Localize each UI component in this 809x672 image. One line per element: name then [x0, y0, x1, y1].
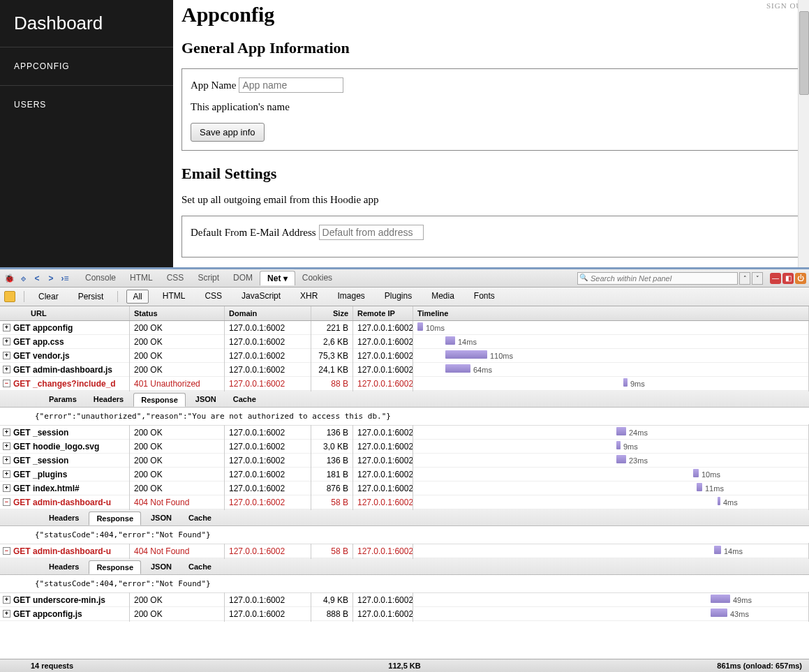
net-row[interactable]: +GET appconfig.js200 OK127.0.0.1:6002888…	[0, 607, 809, 621]
subtab-params[interactable]: Params	[42, 393, 84, 407]
filter-plugins[interactable]: Plugins	[379, 290, 417, 304]
net-row[interactable]: −GET admin-dashboard-u404 Not Found127.0…	[0, 495, 809, 509]
req-url: GET _plugins	[13, 470, 67, 479]
persist-button[interactable]: Persist	[73, 290, 110, 303]
filter-css[interactable]: CSS	[199, 290, 228, 304]
page-title: Appconfig	[181, 3, 801, 27]
scrollbar[interactable]	[798, 0, 809, 267]
subtab-response[interactable]: Response	[89, 560, 141, 574]
expander-icon[interactable]: +	[3, 596, 10, 604]
net-row[interactable]: +GET _plugins200 OK127.0.0.1:6002181 B12…	[0, 468, 809, 481]
tab-net[interactable]: Net ▾	[260, 271, 295, 285]
tab-cookies[interactable]: Cookies	[295, 271, 339, 285]
subtab-headers[interactable]: Headers	[87, 393, 131, 407]
subtab-headers[interactable]: Headers	[42, 512, 86, 525]
filter-html[interactable]: HTML	[157, 290, 191, 304]
col-domain[interactable]: Domain	[225, 306, 311, 320]
firebug-icon[interactable]: 🐞	[3, 272, 15, 285]
subtab-response[interactable]: Response	[133, 393, 186, 407]
net-row[interactable]: +GET underscore-min.js200 OK127.0.0.1:60…	[0, 593, 809, 607]
sidebar-item-users[interactable]: USERS	[0, 85, 173, 124]
req-ip: 127.0.0.1:6002	[353, 481, 413, 496]
subtab-response[interactable]: Response	[89, 512, 141, 525]
sidebar-item-appconfig[interactable]: APPCONFIG	[0, 47, 173, 85]
from-input[interactable]	[319, 225, 424, 240]
tab-html[interactable]: HTML	[123, 271, 160, 285]
status-timing: 861ms (onload: 657ms)	[717, 662, 802, 670]
console-toggle-icon[interactable]: ›≡	[59, 272, 71, 285]
expander-icon[interactable]: +	[3, 352, 10, 359]
filter-all[interactable]: All	[126, 290, 148, 304]
col-timeline[interactable]: Timeline	[413, 306, 809, 320]
expander-icon[interactable]: +	[3, 484, 10, 492]
filter-images[interactable]: Images	[332, 290, 370, 304]
req-url: GET appconfig	[13, 323, 73, 333]
tab-script[interactable]: Script	[191, 271, 226, 285]
net-row[interactable]: −GET _changes?include_d401 Unauthorized1…	[0, 377, 809, 391]
subtab-cache[interactable]: Cache	[181, 512, 218, 525]
subtab-json[interactable]: JSON	[144, 512, 179, 525]
subtab-headers[interactable]: Headers	[42, 560, 86, 574]
response-body: {"error":"unauthorized","reason":"You ar…	[0, 408, 809, 426]
appname-input[interactable]	[239, 77, 343, 93]
filter-media[interactable]: Media	[426, 290, 460, 304]
subtab-json[interactable]: JSON	[188, 393, 223, 407]
filter-xhr[interactable]: XHR	[295, 290, 323, 304]
search-input[interactable]	[577, 272, 738, 285]
subtab-cache[interactable]: Cache	[181, 560, 218, 574]
expander-icon[interactable]: +	[3, 610, 10, 618]
col-url[interactable]: URL	[0, 306, 130, 320]
col-size[interactable]: Size	[311, 306, 353, 320]
expander-icon[interactable]: +	[3, 456, 10, 464]
req-size: 876 B	[311, 481, 353, 496]
tab-console[interactable]: Console	[78, 271, 123, 285]
back-icon[interactable]: <	[31, 272, 43, 285]
expander-icon[interactable]: −	[3, 547, 10, 555]
expander-icon[interactable]: +	[3, 366, 10, 373]
net-row[interactable]: +GET app.css200 OK127.0.0.1:60022,6 KB12…	[0, 335, 809, 349]
minimize-icon[interactable]: —	[770, 273, 781, 284]
search-next-icon[interactable]: ˅	[752, 272, 763, 285]
forward-icon[interactable]: >	[45, 272, 57, 285]
expander-icon[interactable]: +	[3, 338, 10, 345]
filter-javascript[interactable]: JavaScript	[236, 290, 286, 304]
col-ip[interactable]: Remote IP	[353, 306, 413, 320]
subtab-cache[interactable]: Cache	[226, 393, 263, 407]
net-row[interactable]: +GET _session200 OK127.0.0.1:6002136 B12…	[0, 426, 809, 440]
col-status[interactable]: Status	[130, 306, 225, 320]
clear-button[interactable]: Clear	[33, 290, 64, 303]
req-ip: 127.0.0.1:6002	[353, 495, 413, 510]
net-row[interactable]: +GET admin-dashboard.js200 OK127.0.0.1:6…	[0, 363, 809, 377]
req-url: GET admin-dashboard-u	[13, 498, 111, 507]
net-row[interactable]: +GET index.html#200 OK127.0.0.1:6002876 …	[0, 481, 809, 495]
detach-icon[interactable]: ◧	[782, 273, 794, 284]
inspect-icon[interactable]: ⟐	[17, 272, 29, 285]
filter-fonts[interactable]: Fonts	[468, 290, 500, 304]
expander-icon[interactable]: −	[3, 498, 10, 506]
appname-label: App Name	[191, 80, 236, 91]
req-url: GET index.html#	[13, 484, 80, 493]
net-row[interactable]: +GET vendor.js200 OK127.0.0.1:600275,3 K…	[0, 349, 809, 363]
break-icon[interactable]	[4, 291, 15, 302]
subtab-json[interactable]: JSON	[144, 560, 179, 574]
expander-icon[interactable]: +	[3, 470, 10, 478]
net-row[interactable]: +GET appconfig200 OK127.0.0.1:6002221 B1…	[0, 321, 809, 335]
scroll-thumb[interactable]	[799, 11, 809, 95]
req-timeline: 14ms	[413, 543, 809, 559]
net-row[interactable]: −GET admin-dashboard-u404 Not Found127.0…	[0, 544, 809, 558]
tab-dom[interactable]: DOM	[226, 271, 260, 285]
expander-icon[interactable]: +	[3, 428, 10, 436]
net-row[interactable]: +GET hoodie_logo.svg200 OK127.0.0.1:6002…	[0, 440, 809, 454]
close-icon[interactable]: ⏻	[795, 273, 806, 284]
expander-icon[interactable]: +	[3, 324, 10, 331]
save-app-button[interactable]: Save app info	[191, 123, 265, 142]
response-subtabs: ParamsHeadersResponseJSONCache	[0, 391, 809, 408]
expander-icon[interactable]: −	[3, 380, 10, 387]
req-size: 88 B	[311, 376, 353, 391]
search-prev-icon[interactable]: ˄	[739, 272, 750, 285]
net-row[interactable]: +GET _session200 OK127.0.0.1:6002136 B12…	[0, 454, 809, 468]
req-ip: 127.0.0.1:6002	[353, 425, 413, 440]
tab-css[interactable]: CSS	[160, 271, 191, 285]
response-body: {"statusCode":404,"error":"Not Found"}	[0, 526, 809, 544]
expander-icon[interactable]: +	[3, 442, 10, 450]
